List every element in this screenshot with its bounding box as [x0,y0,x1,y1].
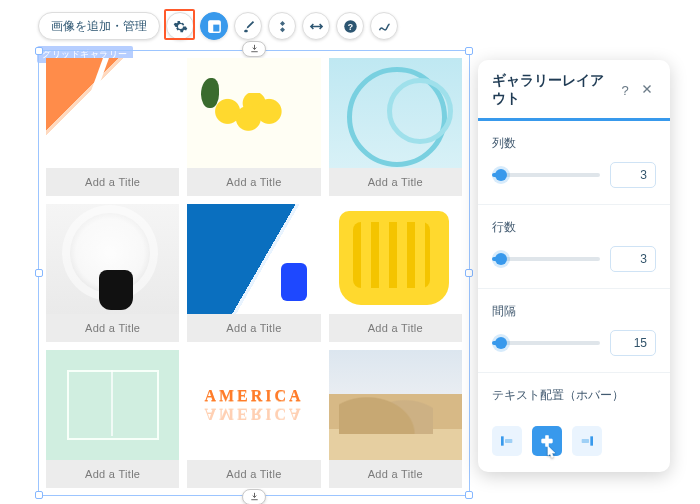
animation-button[interactable] [268,12,296,40]
thumbnail [187,204,320,314]
collapse-bottom-button[interactable] [242,489,266,504]
overlay-text: AMERICA [204,388,303,405]
svg-rect-9 [590,436,593,445]
help-icon: ? [343,19,358,34]
gallery-item[interactable]: Add a Title [187,58,320,196]
columns-input[interactable]: 3 [610,162,656,188]
caption: Add a Title [46,168,179,196]
gear-icon [173,19,188,34]
gallery-grid: Add a Title Add a Title Add a Title Add … [46,58,462,488]
panel-header: ギャラリーレイアウト ? [478,60,670,121]
gallery-item[interactable]: Add a Title [329,58,462,196]
brush-icon [241,19,256,34]
download-icon [249,40,260,58]
thumbnail [329,204,462,314]
gallery-item[interactable]: Add a Title [46,204,179,342]
resize-handle[interactable] [35,269,43,277]
caption: Add a Title [329,314,462,342]
settings-button[interactable] [166,12,194,40]
caption: Add a Title [46,314,179,342]
resize-handle[interactable] [465,47,473,55]
gallery-item[interactable]: Add a Title [187,204,320,342]
text-align-options [478,414,670,456]
svg-rect-10 [582,439,589,443]
caption: Add a Title [46,460,179,488]
thumbnail [329,350,462,460]
resize-handle[interactable] [465,491,473,499]
resize-handle[interactable] [35,47,43,55]
svg-rect-8 [542,439,553,443]
field-label: 間隔 [492,303,656,320]
spacing-input[interactable]: 15 [610,330,656,356]
field-label: 行数 [492,219,656,236]
thumbnail: AMERICA AMERICA [187,350,320,460]
svg-rect-6 [505,439,512,443]
rows-input[interactable]: 3 [610,246,656,272]
download-icon [249,488,260,504]
rows-slider[interactable] [492,257,600,261]
caption: Add a Title [187,314,320,342]
resize-handle[interactable] [465,269,473,277]
stretch-button[interactable] [302,12,330,40]
layout-button[interactable] [200,12,228,40]
rows-field: 行数 3 [478,204,670,272]
panel-title: ギャラリーレイアウト [492,72,614,108]
slider-knob[interactable] [495,337,507,349]
align-right-button[interactable] [572,426,602,456]
slider-knob[interactable] [495,169,507,181]
svg-text:?: ? [347,21,352,31]
thumbnail [187,58,320,168]
align-left-button[interactable] [492,426,522,456]
grid-gallery[interactable]: グリッドギャラリー Add a Title Add a Title Add a … [38,50,470,496]
diamond-icon [275,19,290,34]
svg-rect-2 [208,20,219,24]
caption: Add a Title [187,460,320,488]
help-icon: ? [621,83,628,98]
help-button[interactable]: ? [336,12,364,40]
spacing-field: 間隔 15 [478,288,670,356]
path-icon [377,19,392,34]
caption: Add a Title [329,168,462,196]
svg-rect-5 [501,436,504,445]
gallery-item[interactable]: AMERICA AMERICA Add a Title [187,350,320,488]
align-center-button[interactable] [532,426,562,456]
slider-knob[interactable] [495,253,507,265]
caption: Add a Title [187,168,320,196]
field-label: 列数 [492,135,656,152]
thumbnail [329,58,462,168]
columns-slider[interactable] [492,173,600,177]
gallery-item[interactable]: Add a Title [329,204,462,342]
layout-icon [207,19,222,34]
gallery-item[interactable]: Add a Title [329,350,462,488]
caption: Add a Title [329,460,462,488]
text-align-field: テキスト配置（ホバー） [478,372,670,404]
panel-help-button[interactable]: ? [614,79,636,101]
gallery-item[interactable]: Add a Title [46,58,179,196]
panel-close-button[interactable] [636,79,658,101]
overlay-text-reflection: AMERICA [204,405,303,422]
resize-handle[interactable] [35,491,43,499]
gallery-item[interactable]: Add a Title [46,350,179,488]
design-button[interactable] [234,12,262,40]
columns-field: 列数 3 [478,121,670,188]
collapse-top-button[interactable] [242,41,266,57]
arrows-h-icon [309,19,324,34]
manage-images-button[interactable]: 画像を追加・管理 [38,12,160,40]
path-button[interactable] [370,12,398,40]
component-toolbar: 画像を追加・管理 ? [38,12,398,40]
spacing-slider[interactable] [492,341,600,345]
close-icon [640,82,654,99]
thumbnail [46,204,179,314]
thumbnail [46,350,179,460]
layout-panel: ギャラリーレイアウト ? 列数 3 行数 3 間隔 15 テキスト配置（ホバ [478,60,670,472]
thumbnail [46,58,179,168]
field-label: テキスト配置（ホバー） [492,387,656,404]
